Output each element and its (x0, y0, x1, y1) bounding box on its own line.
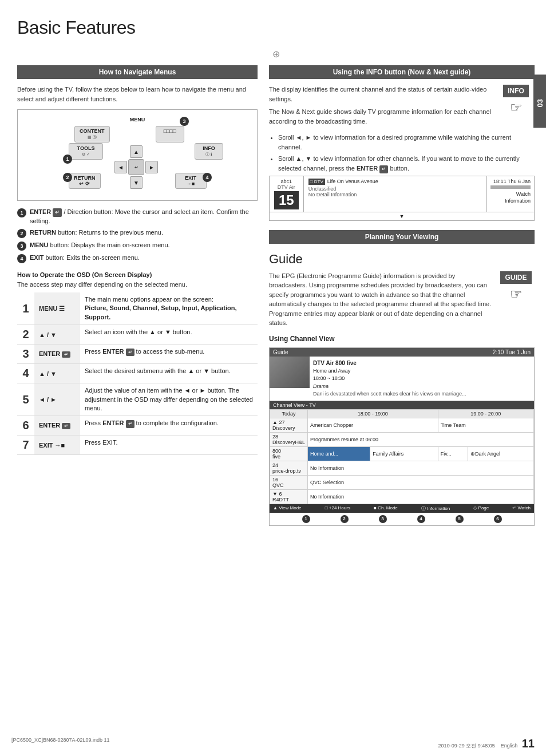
dtv-label: DTV Air (278, 184, 295, 190)
return-btn: RETURN↩ ⟳ (69, 173, 101, 189)
info-now-next-box: abc1 DTV Air 15 □ DTV Life On Venus Aven… (269, 176, 535, 221)
remote-diagram: MENU CONTENT▦ ⓑ □□□□ (17, 109, 258, 201)
epg-date: 2:10 Tue 1 Jun (493, 349, 531, 355)
osd-desc-5: Adjust the value of an item with the ◄ o… (80, 383, 258, 416)
page-footer: [PC6500_XC]BN68-02807A-02L09.indb 11 201… (0, 737, 546, 750)
guide-title: Guide (269, 252, 535, 267)
step-4-text: EXIT button: Exits the on-screen menu. (30, 254, 140, 262)
up-arrow[interactable]: ▲ (130, 145, 143, 158)
left-column: How to Navigate Menus Before using the T… (17, 65, 258, 532)
osd-num-1: 1 (17, 292, 34, 325)
step-3: 3 MENU button: Displays the main on-scre… (17, 241, 258, 251)
chapter-num: 03 (536, 98, 544, 106)
epg-time-range: 18:00 ~ 18:30 (313, 375, 466, 383)
epg-num-4: 4 (417, 515, 425, 523)
osd-key-1: MENU ☰ (34, 292, 80, 325)
epg-row-4: 24price-drop.tv No Information (270, 461, 534, 475)
footer-left: [PC6500_XC]BN68-02807A-02L09.indb 11 (11, 737, 110, 750)
step-2-text: RETURN button: Returns to the previous m… (30, 228, 163, 237)
osd-desc-1: The main menu options appear on the scre… (80, 292, 258, 325)
ch-24: 24price-drop.tv (270, 461, 308, 475)
osd-key-4: ▲ / ▼ (34, 364, 80, 383)
epg-table-header: Today 18:00 - 19:00 19:00 - 20:00 (270, 409, 534, 418)
menu-label: MENU (130, 117, 145, 122)
footer-page: ◇ Page (473, 505, 489, 512)
prog-category: Unclassified (308, 186, 482, 192)
osd-key-5: ◄ / ► (34, 383, 80, 416)
osd-row-5: 5 ◄ / ► Adjust the value of an item with… (17, 383, 258, 416)
col-time2: 19:00 - 20:00 (438, 409, 533, 418)
dtv-icon: □ DTV (308, 179, 325, 185)
osd-key-3: ENTER ↵ (34, 345, 80, 364)
info-btn-box: INFO (503, 85, 529, 97)
hand-icon-guide: ☞ (497, 286, 535, 302)
prog-800-fiv: Fiv... (438, 446, 468, 461)
main-columns: How to Navigate Menus Before using the T… (17, 65, 535, 532)
page-container: Basic Features 03 Basic Features ⊕ How t… (0, 0, 546, 756)
crosshair-top: ⊕ (17, 49, 535, 60)
prog-800-dark: ⊕Dark Angel (468, 446, 534, 461)
content-btn: CONTENT▦ ⓑ (74, 126, 110, 143)
info-btn-remote: INFOⓘ ℹ (195, 143, 223, 160)
footer-watch: ↵ Watch (512, 505, 531, 512)
epg-num-row: 1 2 3 4 5 6 (270, 513, 534, 525)
epg-title: Guide (273, 349, 288, 355)
osd-row-1: 1 MENU ☰ The main menu options appear on… (17, 292, 258, 325)
info-bullet-1: Scroll ◄, ► to view information for a de… (278, 133, 535, 152)
step-2: 2 RETURN button: Returns to the previous… (17, 228, 258, 238)
osd-desc-4: Select the desired submenu with the ▲ or… (80, 364, 258, 383)
osd-desc-6: Press ENTER ↵ to complete the configurat… (80, 416, 258, 436)
prog-time-area: 18:11 Thu 6 Jan Watch Information (486, 176, 534, 212)
epg-category: Drama (313, 383, 466, 391)
step-circle-1: 1 (17, 208, 26, 217)
prog-800-family: Family Affairs (370, 446, 438, 461)
epg-show-name: Home and Away (313, 367, 466, 375)
osd-num-2: 2 (17, 325, 34, 345)
osd-key-7: EXIT →■ (34, 436, 80, 455)
osd-desc-3: Press ENTER ↵ to access the sub-menu. (80, 345, 258, 364)
epg-show-desc: Dani is devastated when scott makes clea… (313, 390, 466, 398)
ch-28: 28DiscoveryH&L (270, 432, 308, 446)
osd-num-4: 4 (17, 364, 34, 383)
epg-row-5: 16QVC QVC Selection (270, 475, 534, 489)
right-arrow[interactable]: ► (145, 161, 158, 173)
ch-16: 16QVC (270, 475, 308, 489)
epg-box: Guide 2:10 Tue 1 Jun DTV Air 800 five Ho… (269, 347, 535, 526)
prog-16-1: QVC Selection (308, 475, 534, 489)
nav-arrows: ▼ (270, 212, 534, 220)
exit-btn-remote: EXIT→■ (175, 173, 207, 189)
label-3: 3 (180, 117, 189, 126)
info-section: Using the INFO button (Now & Next guide)… (269, 65, 535, 221)
planning-header: Planning Your Viewing (269, 230, 535, 244)
step-3-text: MENU button: Displays the main on-screen… (30, 241, 170, 250)
info-button-img-area: INFO ☞ (497, 85, 535, 116)
using-channel-title: Using Channel View (269, 335, 535, 343)
footer-24h: □ +24 Hours (325, 505, 350, 512)
osd-num-5: 5 (17, 383, 34, 416)
osd-desc: The access step may differ depending on … (17, 281, 258, 288)
prog-details: □ DTV Life On Venus Avenue Unclassified … (304, 176, 486, 212)
steps-list: 1 ENTER ↵ / Direction button: Move the c… (17, 208, 258, 263)
info-label: Information (490, 198, 531, 204)
guide-btn-area: GUIDE ☞ (497, 271, 535, 328)
progress-bar (490, 185, 531, 189)
step-circle-2: 2 (17, 229, 26, 238)
prog-800-1: Home and... (308, 446, 370, 461)
osd-desc-2: Select an icon with the ▲ or ▼ button. (80, 325, 258, 345)
page-title: Basic Features (17, 17, 535, 38)
left-arrow[interactable]: ◄ (114, 161, 127, 173)
step-1-text: ENTER ↵ / Direction button: Move the cur… (30, 208, 258, 225)
right-column: Using the INFO button (Now & Next guide)… (269, 65, 535, 532)
step-circle-3: 3 (17, 242, 26, 251)
info-desc: The display identifies the current chann… (269, 85, 494, 129)
prog-name: Life On Venus Avenue (327, 179, 378, 184)
epg-footer: ▲ View Mode □ +24 Hours ■ Ch. Mode ⓘ Inf… (270, 504, 534, 513)
epg-header: Guide 2:10 Tue 1 Jun (270, 348, 534, 357)
epg-main-info: DTV Air 800 five Home and Away 18:00 ~ 1… (270, 357, 534, 401)
osd-num-3: 3 (17, 345, 34, 364)
ch-27: ▲ 27Discovery (270, 418, 308, 432)
tools-btn: TOOLS⚙ ✓ (69, 143, 103, 160)
info-section-header: Using the INFO button (Now & Next guide) (269, 65, 535, 79)
osd-key-6: ENTER ↵ (34, 416, 80, 436)
planning-section: Planning Your Viewing (269, 230, 535, 244)
